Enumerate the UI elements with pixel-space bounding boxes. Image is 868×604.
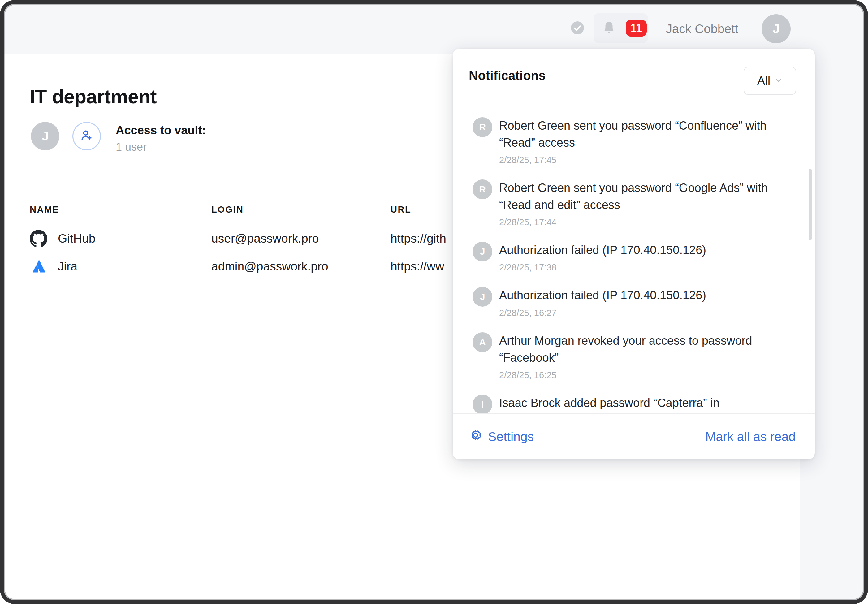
notification-item[interactable]: I Isaac Brock added password “Capterra” …	[473, 395, 806, 414]
notifications-title: Notifications	[469, 68, 546, 83]
password-name: GitHub	[58, 229, 95, 248]
vault-member-avatar: J	[31, 122, 59, 150]
column-header-url: URL	[391, 204, 411, 215]
password-url: https://gith	[391, 229, 446, 248]
user-name[interactable]: Jack Cobbett	[666, 22, 738, 36]
sender-avatar: A	[473, 332, 492, 352]
notification-item[interactable]: J 2/28/25, 16:27 Authorization failed (I…	[473, 287, 806, 318]
sender-avatar: R	[473, 180, 492, 199]
column-header-login: LOGIN	[211, 204, 243, 215]
bell-icon	[601, 20, 617, 36]
access-to-vault-label: Access to vault:	[116, 124, 206, 137]
sender-avatar: J	[473, 242, 492, 262]
sender-avatar: I	[473, 395, 492, 414]
notification-count-badge: 11	[626, 20, 647, 37]
add-user-icon	[79, 128, 95, 144]
sender-avatar: R	[473, 117, 492, 137]
notification-item[interactable]: J Authorization failed (IP 170.40.150.12…	[473, 242, 806, 273]
password-url: https://ww	[391, 257, 444, 276]
notification-timestamp: 2/28/25, 16:25	[499, 370, 802, 380]
notification-item[interactable]: R Robert Green sent you password “Google…	[473, 180, 806, 228]
access-to-vault-value: 1 user	[116, 141, 147, 153]
notification-item[interactable]: R Robert Green sent you password “Conflu…	[473, 117, 806, 165]
settings-label: Settings	[488, 429, 534, 444]
notification-timestamp: 2/28/25, 17:38	[499, 262, 706, 273]
notification-text: Authorization failed (IP 170.40.150.126)	[499, 287, 706, 304]
add-user-button[interactable]	[73, 122, 101, 150]
filter-selected-value: All	[757, 74, 770, 88]
notification-item[interactable]: A Arthur Morgan revoked your access to p…	[473, 332, 806, 380]
chevron-down-icon	[775, 76, 783, 85]
sender-avatar: J	[473, 287, 492, 307]
settings-button[interactable]: Settings	[469, 428, 534, 445]
notifications-filter-dropdown[interactable]: All	[744, 67, 796, 95]
check-circle-icon	[570, 31, 584, 36]
notifications-button[interactable]: 11	[594, 13, 648, 43]
notification-text: Robert Green sent you password “Google A…	[499, 180, 802, 214]
notification-timestamp: 2/28/25, 16:27	[499, 308, 706, 318]
column-header-name: NAME	[30, 204, 59, 215]
notification-text: Arthur Morgan revoked your access to pas…	[499, 332, 802, 366]
password-login: admin@passwork.pro	[211, 257, 328, 276]
notifications-footer: Settings Mark all as read	[453, 413, 815, 460]
mark-all-as-read-button[interactable]: Mark all as read	[705, 429, 795, 444]
notification-timestamp: 2/28/25, 17:44	[499, 217, 802, 228]
page-title: IT department	[30, 85, 157, 108]
status-check-button[interactable]	[570, 21, 584, 35]
password-login: user@passwork.pro	[211, 229, 319, 248]
notification-timestamp: 2/28/25, 17:45	[499, 155, 802, 165]
user-avatar[interactable]: J	[761, 14, 790, 43]
notification-text: Robert Green sent you password “Confluen…	[499, 117, 802, 151]
notification-text: Authorization failed (IP 170.40.150.126)	[499, 242, 706, 259]
notification-text: Isaac Brock added password “Capterra” in	[499, 395, 719, 412]
notifications-list: R Robert Green sent you password “Conflu…	[473, 117, 806, 414]
github-icon	[30, 230, 47, 248]
app-screen: 11 Jack Cobbett J IT department J Access…	[0, 0, 868, 604]
jira-icon	[30, 258, 48, 276]
gear-icon	[469, 428, 482, 445]
panel-scrollbar-thumb[interactable]	[809, 169, 812, 240]
notifications-panel: Notifications All R Robert Green sent yo…	[453, 49, 815, 460]
password-name: Jira	[58, 257, 78, 276]
